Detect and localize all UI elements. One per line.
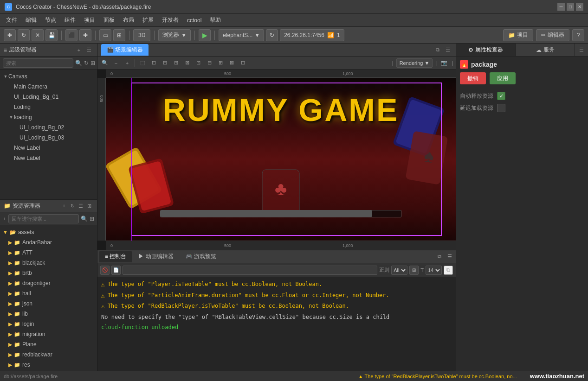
apply-btn[interactable]: 应用 (490, 72, 516, 84)
scene-tool-7[interactable]: ⊟ (205, 58, 214, 68)
menu-panel[interactable]: 面板 (100, 14, 118, 26)
asset-item-redblackwar[interactable]: ▶ 📁 redblackwar (0, 349, 97, 360)
asset-item-plane[interactable]: ▶ 📁 Plane (0, 339, 97, 349)
3d-btn[interactable]: 3D (133, 29, 150, 41)
menu-extend[interactable]: 扩展 (139, 14, 157, 26)
close-btn[interactable]: ✕ (576, 3, 583, 11)
pivot-btn[interactable]: ⊞ (113, 29, 125, 41)
scene-tool-3[interactable]: ⊟ (160, 58, 169, 68)
tree-item-ui-bg01[interactable]: UI_Loding_Bg_01 (0, 92, 97, 102)
scene-tool-4[interactable]: ⊞ (171, 58, 181, 68)
asset-add-small-btn[interactable]: + (3, 215, 6, 223)
editor-btn[interactable]: ✏ 编辑器 (536, 29, 569, 41)
asset-item-login[interactable]: ▶ 📁 login (0, 319, 97, 329)
menu-edit[interactable]: 编辑 (22, 14, 40, 26)
asset-menu-btn[interactable]: ☰ (77, 202, 85, 210)
tab-properties[interactable]: ⚙ 属性检查器 (456, 44, 516, 56)
asset-item-resources[interactable]: ▶ 📁 resources (0, 370, 97, 371)
scene-tool-10[interactable]: ⊡ (238, 58, 247, 68)
close-scene-btn[interactable]: ✕ (32, 29, 44, 41)
layer-add-btn[interactable]: + (75, 46, 83, 54)
layer-search-input[interactable] (3, 58, 73, 68)
menu-help[interactable]: 帮助 (206, 14, 225, 26)
tree-item-ui-bg02[interactable]: UI_Loding_Bg_02 (0, 122, 97, 133)
log-level-select[interactable]: All (391, 266, 407, 275)
asset-item-andarbahar[interactable]: ▶ 📁 AndarBahar (0, 237, 97, 248)
rendering-dropdown[interactable]: Rendering ▼ (396, 58, 433, 68)
tree-item-new-label-2[interactable]: New Label (0, 153, 97, 163)
menu-file[interactable]: 文件 (2, 14, 21, 26)
scene-canvas[interactable]: 使用鼠标右键平移视窗焦点，使用滚轮缩放视图 0 500 1,000 500 (97, 70, 456, 250)
bottom-menu-btn[interactable]: ☰ (446, 253, 454, 261)
menu-project[interactable]: 项目 (80, 14, 99, 26)
asset-filter-icon[interactable]: ⊞ (90, 215, 94, 223)
gizmo-select-btn[interactable]: ✚ (79, 29, 91, 41)
menu-node[interactable]: 节点 (41, 14, 60, 26)
console-search-input[interactable] (123, 266, 377, 275)
asset-refresh-btn[interactable]: ↻ (68, 202, 77, 210)
rect-btn[interactable]: ▭ (99, 29, 111, 41)
scene-panel-expand-btn[interactable]: ⧉ (433, 46, 442, 54)
tab-animation[interactable]: ▶ 动画编辑器 (133, 251, 179, 262)
tab-game-preview[interactable]: 🎮 游戏预览 (180, 251, 222, 262)
scene-panel-menu-btn[interactable]: ☰ (444, 46, 452, 54)
tree-item-loading[interactable]: ▼ loading (0, 112, 97, 122)
asset-item-assets[interactable]: ▼ 📂 assets (0, 227, 97, 237)
font-size-select[interactable]: 14 (426, 266, 442, 275)
gizmo-move-btn[interactable]: ⬛ (65, 29, 78, 41)
scene-hand-tool[interactable]: 🔍 (100, 58, 110, 68)
tab-service[interactable]: ☁ 服务 (516, 44, 575, 56)
scene-tool-5[interactable]: ⊠ (182, 58, 192, 68)
auto-release-checkbox[interactable]: ✓ (497, 92, 505, 100)
refresh-btn[interactable]: ↻ (18, 29, 30, 41)
right-panel-menu-btn[interactable]: ☰ (577, 46, 586, 54)
browser-dropdown[interactable]: 浏览器 ▼ (158, 29, 191, 41)
save-btn[interactable]: 💾 (45, 29, 58, 41)
menu-cctool[interactable]: cctool (183, 15, 205, 25)
asset-item-json[interactable]: ▶ 📁 json (0, 298, 97, 309)
elephant-dropdown[interactable]: elephantS... ▼ (219, 29, 264, 41)
asset-item-migration[interactable]: ▶ 📁 migration (0, 329, 97, 339)
console-copy-btn[interactable]: 📄 (111, 266, 121, 275)
asset-item-hall[interactable]: ▶ 📁 hall (0, 288, 97, 298)
asset-sort-btn[interactable]: ⊞ (85, 202, 93, 210)
scene-tool-9[interactable]: ⊠ (227, 58, 236, 68)
tree-item-main-camera[interactable]: Main Camera (0, 82, 97, 92)
scene-tool-8[interactable]: ⊞ (216, 58, 225, 68)
scene-camera-btn[interactable]: 📷 (439, 58, 449, 68)
asset-item-att[interactable]: ▶ 📁 ATT (0, 248, 97, 258)
tab-console[interactable]: ≡ 控制台 (99, 251, 132, 262)
confirm-btn[interactable]: 撤销 (460, 72, 486, 84)
search-icon[interactable]: 🔍 (75, 59, 82, 67)
tree-item-ui-bg03[interactable]: UI_Loding_Bg_03 (0, 133, 97, 143)
filter-icon[interactable]: ⊞ (90, 59, 95, 67)
minimize-btn[interactable]: ─ (557, 3, 565, 11)
project-btn[interactable]: 📁 项目 (503, 29, 533, 41)
refresh-network-btn[interactable]: ↻ (266, 29, 278, 41)
scene-editor-tab[interactable]: 🎬 场景编辑器 (101, 44, 149, 56)
refresh-search-icon[interactable]: ↻ (84, 59, 89, 67)
scene-tool-6[interactable]: ⊡ (194, 58, 203, 68)
menu-layout[interactable]: 布局 (119, 14, 138, 26)
tree-item-new-label-1[interactable]: New Label (0, 143, 97, 153)
asset-item-res[interactable]: ▶ 📁 res (0, 360, 97, 370)
lazy-load-checkbox[interactable] (497, 104, 505, 112)
menu-developer[interactable]: 开发者 (158, 14, 182, 26)
asset-item-brtb[interactable]: ▶ 📁 brtb (0, 268, 97, 278)
console-expand-btn[interactable]: ⧉ (444, 266, 453, 275)
scene-zoom-out[interactable]: − (111, 58, 121, 68)
console-stop-btn[interactable]: 🚫 (100, 266, 110, 275)
menu-component[interactable]: 组件 (61, 14, 79, 26)
layer-menu-btn[interactable]: ☰ (85, 46, 93, 54)
asset-add-btn[interactable]: + (60, 202, 68, 210)
play-btn[interactable]: ▶ (199, 29, 211, 41)
scene-zoom-in[interactable]: + (123, 58, 132, 68)
scene-tool-1[interactable]: ⬚ (138, 58, 147, 68)
console-filter-btn[interactable]: ⊞ (409, 266, 419, 275)
asset-item-lib[interactable]: ▶ 📁 lib (0, 309, 97, 319)
asset-search-icon[interactable]: 🔍 (81, 215, 88, 223)
bottom-expand-btn[interactable]: ⧉ (435, 253, 444, 261)
tree-item-canvas[interactable]: ▼ Canvas (0, 71, 97, 82)
scene-tool-2[interactable]: ⊡ (149, 58, 158, 68)
asset-item-blackjack[interactable]: ▶ 📁 blackjack (0, 258, 97, 268)
